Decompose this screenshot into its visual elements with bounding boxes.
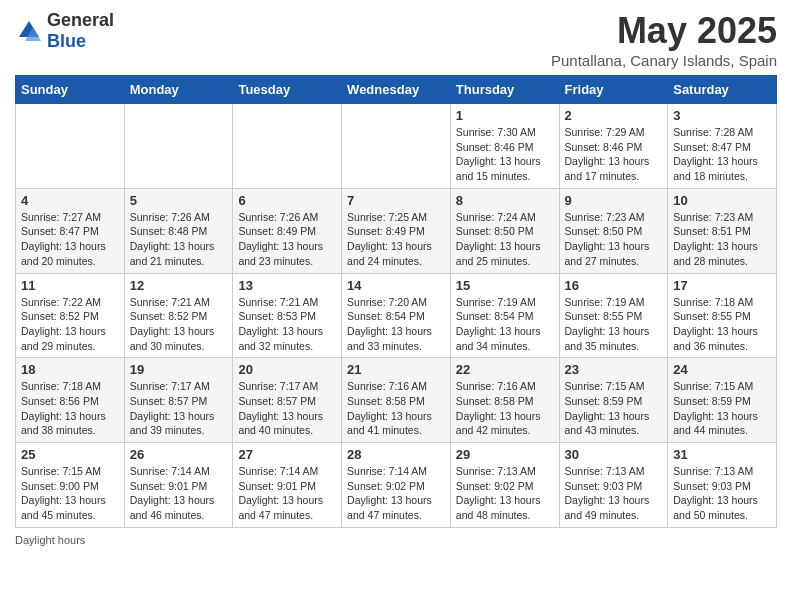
day-number: 13 [238,278,336,293]
day-number: 24 [673,362,771,377]
day-info: Sunrise: 7:21 AMSunset: 8:53 PMDaylight:… [238,295,336,354]
calendar-cell: 20Sunrise: 7:17 AMSunset: 8:57 PMDayligh… [233,358,342,443]
day-info: Sunrise: 7:15 AMSunset: 8:59 PMDaylight:… [673,379,771,438]
calendar-week-5: 25Sunrise: 7:15 AMSunset: 9:00 PMDayligh… [16,443,777,528]
calendar-cell: 18Sunrise: 7:18 AMSunset: 8:56 PMDayligh… [16,358,125,443]
calendar-cell: 14Sunrise: 7:20 AMSunset: 8:54 PMDayligh… [342,273,451,358]
day-number: 28 [347,447,445,462]
calendar-cell: 19Sunrise: 7:17 AMSunset: 8:57 PMDayligh… [124,358,233,443]
day-number: 3 [673,108,771,123]
day-header-friday: Friday [559,76,668,104]
day-info: Sunrise: 7:14 AMSunset: 9:02 PMDaylight:… [347,464,445,523]
calendar-cell [233,104,342,189]
day-info: Sunrise: 7:18 AMSunset: 8:56 PMDaylight:… [21,379,119,438]
calendar-cell: 26Sunrise: 7:14 AMSunset: 9:01 PMDayligh… [124,443,233,528]
calendar-cell: 11Sunrise: 7:22 AMSunset: 8:52 PMDayligh… [16,273,125,358]
days-of-week-row: SundayMondayTuesdayWednesdayThursdayFrid… [16,76,777,104]
day-number: 12 [130,278,228,293]
calendar-cell: 27Sunrise: 7:14 AMSunset: 9:01 PMDayligh… [233,443,342,528]
calendar-table: SundayMondayTuesdayWednesdayThursdayFrid… [15,75,777,528]
day-number: 16 [565,278,663,293]
day-info: Sunrise: 7:24 AMSunset: 8:50 PMDaylight:… [456,210,554,269]
day-info: Sunrise: 7:17 AMSunset: 8:57 PMDaylight:… [130,379,228,438]
calendar-cell: 8Sunrise: 7:24 AMSunset: 8:50 PMDaylight… [450,188,559,273]
day-header-saturday: Saturday [668,76,777,104]
calendar-cell: 15Sunrise: 7:19 AMSunset: 8:54 PMDayligh… [450,273,559,358]
logo-text-general: General [47,10,114,30]
day-info: Sunrise: 7:30 AMSunset: 8:46 PMDaylight:… [456,125,554,184]
day-header-wednesday: Wednesday [342,76,451,104]
day-info: Sunrise: 7:19 AMSunset: 8:54 PMDaylight:… [456,295,554,354]
day-header-sunday: Sunday [16,76,125,104]
day-info: Sunrise: 7:17 AMSunset: 8:57 PMDaylight:… [238,379,336,438]
day-info: Sunrise: 7:25 AMSunset: 8:49 PMDaylight:… [347,210,445,269]
day-number: 29 [456,447,554,462]
calendar-week-1: 1Sunrise: 7:30 AMSunset: 8:46 PMDaylight… [16,104,777,189]
calendar-cell: 2Sunrise: 7:29 AMSunset: 8:46 PMDaylight… [559,104,668,189]
calendar-cell: 5Sunrise: 7:26 AMSunset: 8:48 PMDaylight… [124,188,233,273]
day-number: 22 [456,362,554,377]
calendar-cell: 12Sunrise: 7:21 AMSunset: 8:52 PMDayligh… [124,273,233,358]
calendar-cell: 1Sunrise: 7:30 AMSunset: 8:46 PMDaylight… [450,104,559,189]
day-number: 25 [21,447,119,462]
day-number: 6 [238,193,336,208]
day-number: 2 [565,108,663,123]
day-number: 20 [238,362,336,377]
calendar-cell: 30Sunrise: 7:13 AMSunset: 9:03 PMDayligh… [559,443,668,528]
calendar-cell: 10Sunrise: 7:23 AMSunset: 8:51 PMDayligh… [668,188,777,273]
calendar-cell: 21Sunrise: 7:16 AMSunset: 8:58 PMDayligh… [342,358,451,443]
day-info: Sunrise: 7:23 AMSunset: 8:51 PMDaylight:… [673,210,771,269]
day-info: Sunrise: 7:16 AMSunset: 8:58 PMDaylight:… [347,379,445,438]
logo-icon [15,17,43,45]
day-header-tuesday: Tuesday [233,76,342,104]
day-info: Sunrise: 7:27 AMSunset: 8:47 PMDaylight:… [21,210,119,269]
day-info: Sunrise: 7:20 AMSunset: 8:54 PMDaylight:… [347,295,445,354]
day-info: Sunrise: 7:21 AMSunset: 8:52 PMDaylight:… [130,295,228,354]
day-info: Sunrise: 7:22 AMSunset: 8:52 PMDaylight:… [21,295,119,354]
calendar-week-2: 4Sunrise: 7:27 AMSunset: 8:47 PMDaylight… [16,188,777,273]
day-number: 21 [347,362,445,377]
calendar-cell: 25Sunrise: 7:15 AMSunset: 9:00 PMDayligh… [16,443,125,528]
calendar-week-4: 18Sunrise: 7:18 AMSunset: 8:56 PMDayligh… [16,358,777,443]
calendar-cell: 3Sunrise: 7:28 AMSunset: 8:47 PMDaylight… [668,104,777,189]
day-info: Sunrise: 7:13 AMSunset: 9:03 PMDaylight:… [565,464,663,523]
day-info: Sunrise: 7:26 AMSunset: 8:49 PMDaylight:… [238,210,336,269]
day-header-thursday: Thursday [450,76,559,104]
page-header: General Blue May 2025 Puntallana, Canary… [15,10,777,69]
subtitle: Puntallana, Canary Islands, Spain [551,52,777,69]
calendar-cell [124,104,233,189]
day-info: Sunrise: 7:19 AMSunset: 8:55 PMDaylight:… [565,295,663,354]
day-info: Sunrise: 7:13 AMSunset: 9:03 PMDaylight:… [673,464,771,523]
day-number: 11 [21,278,119,293]
day-number: 8 [456,193,554,208]
calendar-cell: 23Sunrise: 7:15 AMSunset: 8:59 PMDayligh… [559,358,668,443]
calendar-cell [342,104,451,189]
day-info: Sunrise: 7:15 AMSunset: 9:00 PMDaylight:… [21,464,119,523]
day-number: 31 [673,447,771,462]
calendar-cell: 29Sunrise: 7:13 AMSunset: 9:02 PMDayligh… [450,443,559,528]
day-number: 1 [456,108,554,123]
calendar-cell [16,104,125,189]
day-info: Sunrise: 7:18 AMSunset: 8:55 PMDaylight:… [673,295,771,354]
calendar-body: 1Sunrise: 7:30 AMSunset: 8:46 PMDaylight… [16,104,777,528]
day-info: Sunrise: 7:13 AMSunset: 9:02 PMDaylight:… [456,464,554,523]
day-number: 4 [21,193,119,208]
day-number: 14 [347,278,445,293]
day-number: 18 [21,362,119,377]
day-info: Sunrise: 7:14 AMSunset: 9:01 PMDaylight:… [238,464,336,523]
day-info: Sunrise: 7:23 AMSunset: 8:50 PMDaylight:… [565,210,663,269]
calendar-cell: 31Sunrise: 7:13 AMSunset: 9:03 PMDayligh… [668,443,777,528]
day-info: Sunrise: 7:28 AMSunset: 8:47 PMDaylight:… [673,125,771,184]
calendar-cell: 7Sunrise: 7:25 AMSunset: 8:49 PMDaylight… [342,188,451,273]
calendar-header: SundayMondayTuesdayWednesdayThursdayFrid… [16,76,777,104]
calendar-cell: 24Sunrise: 7:15 AMSunset: 8:59 PMDayligh… [668,358,777,443]
calendar-cell: 4Sunrise: 7:27 AMSunset: 8:47 PMDaylight… [16,188,125,273]
day-number: 26 [130,447,228,462]
logo: General Blue [15,10,114,52]
day-number: 10 [673,193,771,208]
calendar-cell: 22Sunrise: 7:16 AMSunset: 8:58 PMDayligh… [450,358,559,443]
day-number: 23 [565,362,663,377]
day-info: Sunrise: 7:29 AMSunset: 8:46 PMDaylight:… [565,125,663,184]
day-number: 17 [673,278,771,293]
day-info: Sunrise: 7:15 AMSunset: 8:59 PMDaylight:… [565,379,663,438]
